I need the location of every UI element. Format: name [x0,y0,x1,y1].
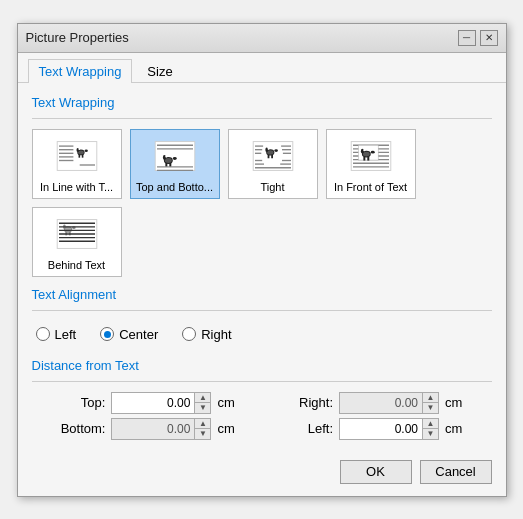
svg-point-55 [362,151,369,156]
radio-right-circle[interactable] [182,327,196,341]
svg-point-9 [76,147,78,151]
distance-section-label: Distance from Text [32,358,492,373]
section-divider-1 [32,118,492,119]
tab-size[interactable]: Size [136,59,183,83]
svg-rect-14 [155,141,195,170]
right-spinner: ▲ ▼ [339,392,439,414]
wrap-option-tight[interactable]: Tight [228,129,318,199]
right-spinner-buttons: ▲ ▼ [422,393,438,413]
dialog-footer: OK Cancel [18,452,506,496]
right-unit: cm [445,395,491,410]
bottom-down-button[interactable]: ▼ [195,429,210,439]
top-label: Top: [32,395,106,410]
alignment-section-label: Text Alignment [32,287,492,302]
radio-left-label: Left [55,327,77,342]
top-bottom-dog-svg [153,138,197,174]
wrap-option-inline-label: In Line with T... [40,181,113,193]
title-bar: Picture Properties ─ ✕ [18,24,506,53]
title-bar-controls: ─ ✕ [458,30,498,46]
top-up-button[interactable]: ▲ [195,393,210,404]
ok-button[interactable]: OK [340,460,412,484]
svg-rect-59 [367,156,369,160]
svg-point-8 [84,149,87,151]
svg-point-20 [162,155,165,160]
behind-dog-svg [55,216,99,252]
distance-grid: Top: ▲ ▼ cm Right: ▲ ▼ [32,392,492,440]
radio-center[interactable]: Center [100,327,158,342]
top-down-button[interactable]: ▼ [195,403,210,413]
in-front-icon [347,136,395,176]
inline-dog-svg [55,138,99,174]
left-spinner: ▲ ▼ [339,418,439,440]
wrap-option-tight-label: Tight [260,181,284,193]
svg-point-19 [172,157,176,160]
tight-icon [249,136,297,176]
tab-bar: Text Wrapping Size [18,53,506,83]
radio-right-label: Right [201,327,231,342]
inline-icon [53,136,101,176]
dialog-title: Picture Properties [26,30,129,45]
behind-icon [53,214,101,254]
tab-text-wrapping[interactable]: Text Wrapping [28,59,133,83]
left-up-button[interactable]: ▲ [423,419,438,430]
text-wrapping-section-label: Text Wrapping [32,95,492,110]
top-bottom-icon [151,136,199,176]
top-spinner: ▲ ▼ [111,392,211,414]
radio-center-label: Center [119,327,158,342]
svg-point-7 [78,150,84,154]
svg-rect-58 [363,156,365,160]
svg-point-23 [165,155,167,157]
bottom-label: Bottom: [32,421,106,436]
left-spinner-buttons: ▲ ▼ [422,419,438,439]
radio-center-circle[interactable] [100,327,114,341]
svg-point-60 [363,149,365,151]
cancel-button[interactable]: Cancel [420,460,492,484]
wrap-option-behind[interactable]: Behind Text [32,207,122,277]
bottom-up-button[interactable]: ▲ [195,419,210,430]
radio-right[interactable]: Right [182,327,231,342]
wrap-options-row2: Behind Text [32,207,492,277]
svg-point-12 [78,148,80,150]
in-front-dog-svg [349,138,393,174]
wrap-option-in-front-label: In Front of Text [334,181,407,193]
minimize-button[interactable]: ─ [458,30,476,46]
right-down-button[interactable]: ▼ [423,403,438,413]
wrap-option-inline[interactable]: In Line with T... [32,129,122,199]
bottom-spinner: ▲ ▼ [111,418,211,440]
right-label: Right: [270,395,333,410]
picture-properties-dialog: Picture Properties ─ ✕ Text Wrapping Siz… [17,23,507,497]
wrap-option-in-front[interactable]: In Front of Text [326,129,416,199]
section-divider-3 [32,381,492,382]
top-spinner-buttons: ▲ ▼ [194,393,210,413]
text-alignment-section: Text Alignment Left Center Right [32,287,492,348]
radio-left[interactable]: Left [36,327,77,342]
svg-point-33 [267,147,269,149]
right-input[interactable] [340,393,422,413]
svg-rect-32 [271,154,273,158]
wrap-option-behind-label: Behind Text [48,259,105,271]
right-up-button[interactable]: ▲ [423,393,438,404]
distance-from-text-section: Distance from Text Top: ▲ ▼ cm Right: [32,358,492,440]
bottom-input[interactable] [112,419,194,439]
radio-left-circle[interactable] [36,327,50,341]
wrap-option-top-bottom[interactable]: Top and Botto... [130,129,220,199]
svg-point-56 [370,150,374,153]
left-input[interactable] [340,419,422,439]
svg-rect-10 [78,154,80,157]
svg-rect-11 [81,154,83,157]
svg-point-57 [360,148,363,153]
top-unit: cm [217,395,263,410]
left-down-button[interactable]: ▼ [423,429,438,439]
svg-rect-31 [267,154,269,158]
left-label: Left: [270,421,333,436]
close-button[interactable]: ✕ [480,30,498,46]
dialog-content: Text Wrapping [18,83,506,452]
svg-point-28 [267,150,273,155]
svg-point-18 [164,158,171,163]
svg-point-29 [274,149,278,152]
bottom-unit: cm [217,421,263,436]
top-input[interactable] [112,393,194,413]
alignment-radio-group: Left Center Right [32,321,492,348]
bottom-spinner-buttons: ▲ ▼ [194,419,210,439]
wrap-option-top-bottom-label: Top and Botto... [136,181,213,193]
